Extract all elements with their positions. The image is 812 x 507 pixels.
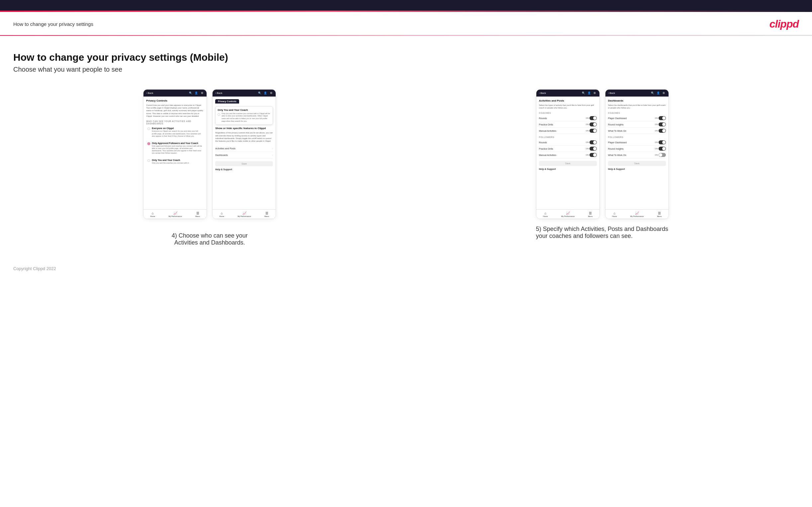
follower-what-work-toggle[interactable] [659, 153, 666, 157]
right-pair: ‹ Back 🔍 👤 ⚙ Activities and Posts Select… [406, 89, 799, 239]
phone-1-back[interactable]: ‹ Back [146, 92, 153, 95]
main-content: How to change your privacy settings (Mob… [0, 36, 812, 260]
people-icon[interactable]: 👤 [194, 91, 198, 95]
bottom-nav-my-performance[interactable]: 📈 My Performance [169, 211, 182, 217]
dashboards-chevron: › [272, 154, 273, 157]
bottom-nav-home-4[interactable]: ⌂ Home [612, 211, 617, 217]
follower-manual-toggle[interactable] [590, 153, 597, 157]
phone-4-body: Dashboards Select the dashboards that yo… [605, 97, 668, 209]
phone-2-back[interactable]: ‹ Back [215, 92, 222, 95]
popup-radio[interactable] [217, 113, 220, 116]
followers-label-4: FOLLOWERS [608, 136, 666, 138]
logo: clippd [769, 18, 799, 30]
coaches-label-3: COACHES [539, 112, 597, 114]
phone-4-title: Dashboards [608, 99, 666, 102]
search-icon[interactable]: 🔍 [189, 91, 193, 95]
everyone-option[interactable]: Everyone on Clippd Everyone on Clippd ca… [146, 126, 204, 138]
bottom-nav-menu-3[interactable]: ☰ Menu [588, 211, 593, 217]
follower-manual-label: Manual Activities [539, 154, 556, 156]
search-icon-3[interactable]: 🔍 [581, 91, 586, 95]
bottom-nav-my-performance-2[interactable]: 📈 My Performance [238, 211, 251, 217]
follower-manual-row: Manual Activities ON [539, 152, 597, 158]
coach-rounds-toggle[interactable] [590, 116, 597, 120]
popup-desc: Only you and the coaches you connect wit… [221, 112, 271, 123]
top-bar [0, 0, 812, 12]
settings-icon-4[interactable]: ⚙ [662, 91, 666, 95]
only-you-coach-option[interactable]: Only You and Your Coach Only you and the… [146, 158, 204, 166]
coach-manual-toggle[interactable] [590, 129, 597, 133]
menu-icon: ☰ [196, 211, 199, 215]
top-bar-gradient [0, 11, 812, 12]
phone-3-nav: ‹ Back 🔍 👤 ⚙ [536, 90, 600, 97]
coach-player-dash-label: Player Dashboard [608, 117, 627, 119]
only-you-coach-radio[interactable] [147, 159, 150, 162]
people-icon-4[interactable]: 👤 [656, 91, 660, 95]
left-pair-inner: ‹ Back 🔍 👤 ⚙ Privacy Controls Control ho… [143, 89, 276, 219]
right-pair-inner: ‹ Back 🔍 👤 ⚙ Activities and Posts Select… [536, 89, 669, 219]
everyone-radio[interactable] [147, 127, 150, 130]
people-icon-3[interactable]: 👤 [587, 91, 591, 95]
help-support-2: Help & Support [215, 168, 273, 171]
coach-player-dash-toggle[interactable] [659, 116, 666, 120]
people-icon-2[interactable]: 👤 [263, 91, 267, 95]
save-button-4[interactable]: Save [608, 161, 666, 166]
approved-followers-radio[interactable] [147, 143, 150, 145]
bottom-nav-menu-2[interactable]: ☰ Menu [264, 211, 269, 217]
follower-player-dash-label: Player Dashboard [608, 142, 627, 144]
dashboards-label: Dashboards [215, 154, 228, 156]
save-button-3[interactable]: Save [539, 161, 597, 166]
coach-what-work-toggle[interactable] [659, 129, 666, 133]
phone-3-back[interactable]: ‹ Back [539, 92, 546, 95]
follower-rounds-row: Rounds ON [539, 139, 597, 146]
settings-icon-2[interactable]: ⚙ [269, 91, 273, 95]
coach-player-dash-row: Player Dashboard ON [608, 115, 666, 121]
bottom-nav-home-2[interactable]: ⌂ Home [219, 211, 224, 217]
bottom-nav-my-performance-3[interactable]: 📈 My Performance [561, 211, 574, 217]
phone-4-back[interactable]: ‹ Back [608, 92, 615, 95]
coach-round-insights-label: Round Insights [608, 123, 624, 126]
follower-round-insights-toggle[interactable] [659, 147, 666, 151]
follower-rounds-label: Rounds [539, 142, 547, 144]
bottom-nav-menu[interactable]: ☰ Menu [195, 211, 200, 217]
follower-player-dash-toggle[interactable] [659, 140, 666, 144]
header-title: How to change your privacy settings [13, 21, 93, 27]
phone-4-icons: 🔍 👤 ⚙ [651, 91, 666, 95]
approved-followers-option[interactable]: Only Approved Followers and Your Coach O… [146, 141, 204, 156]
privacy-tab[interactable]: Privacy Controls [215, 99, 239, 104]
follower-rounds-toggle[interactable] [590, 140, 597, 144]
activities-posts-row[interactable]: Activities and Posts › [215, 145, 273, 152]
coach-round-insights-toggle[interactable] [659, 122, 666, 126]
phone-1-bottom-nav: ⌂ Home 📈 My Performance ☰ Menu [144, 209, 207, 219]
settings-icon[interactable]: ⚙ [200, 91, 204, 95]
coach-manual-row: Manual Activities ON [539, 128, 597, 134]
bottom-nav-home-3[interactable]: ⌂ Home [543, 211, 548, 217]
bottom-nav-my-performance-4[interactable]: 📈 My Performance [630, 211, 644, 217]
search-icon-4[interactable]: 🔍 [651, 91, 655, 95]
save-button-2[interactable]: Save [215, 161, 273, 166]
coach-drills-toggle[interactable] [590, 122, 597, 126]
phone-4-desc: Select the dashboards that you'd like to… [608, 104, 666, 110]
search-icon-2[interactable]: 🔍 [258, 91, 262, 95]
phone-3-desc: Select the types of activity that you'd … [539, 104, 597, 110]
home-icon-2: ⌂ [221, 211, 223, 215]
coach-what-work-row: What To Work On ON [608, 128, 666, 134]
popup-title: Only You and Your Coach [217, 109, 271, 111]
phone-3-title: Activities and Posts [539, 99, 597, 102]
chart-icon-4: 📈 [635, 211, 639, 215]
follower-drills-toggle[interactable] [590, 147, 597, 151]
coach-what-work-label: What To Work On [608, 130, 626, 132]
dashboards-row[interactable]: Dashboards › [215, 152, 273, 159]
bottom-nav-home[interactable]: ⌂ Home [150, 211, 155, 217]
coach-drills-label: Practice Drills [539, 123, 553, 126]
menu-icon-3: ☰ [589, 211, 592, 215]
settings-icon-3[interactable]: ⚙ [593, 91, 597, 95]
phone-2-nav: ‹ Back 🔍 👤 ⚙ [212, 90, 276, 97]
phone-1-who-see: Who Can See Your Activities and Dashboar… [146, 120, 204, 125]
caption-2: 5) Specify which Activities, Posts and D… [536, 226, 669, 239]
bottom-nav-menu-4[interactable]: ☰ Menu [657, 211, 662, 217]
phone-2-body: Privacy Controls Only You and Your Coach… [212, 97, 276, 209]
phone-1-nav: ‹ Back 🔍 👤 ⚙ [144, 90, 207, 97]
phone-3-body: Activities and Posts Select the types of… [536, 97, 600, 209]
home-icon-4: ⌂ [613, 211, 615, 215]
follower-what-work-row: What To Work On ON [608, 152, 666, 158]
